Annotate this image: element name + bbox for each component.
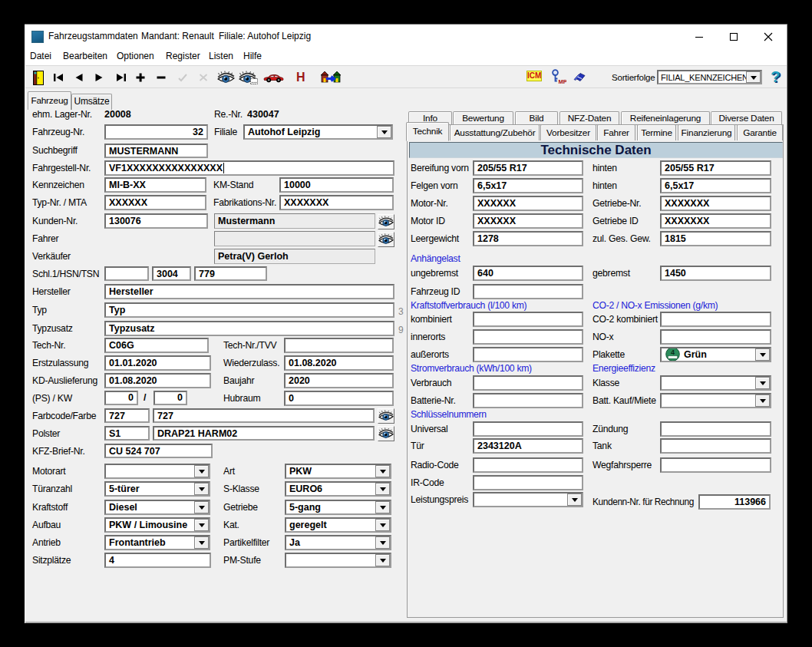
svg-text:4: 4: [671, 348, 675, 356]
svg-text:MP: MP: [559, 78, 567, 84]
